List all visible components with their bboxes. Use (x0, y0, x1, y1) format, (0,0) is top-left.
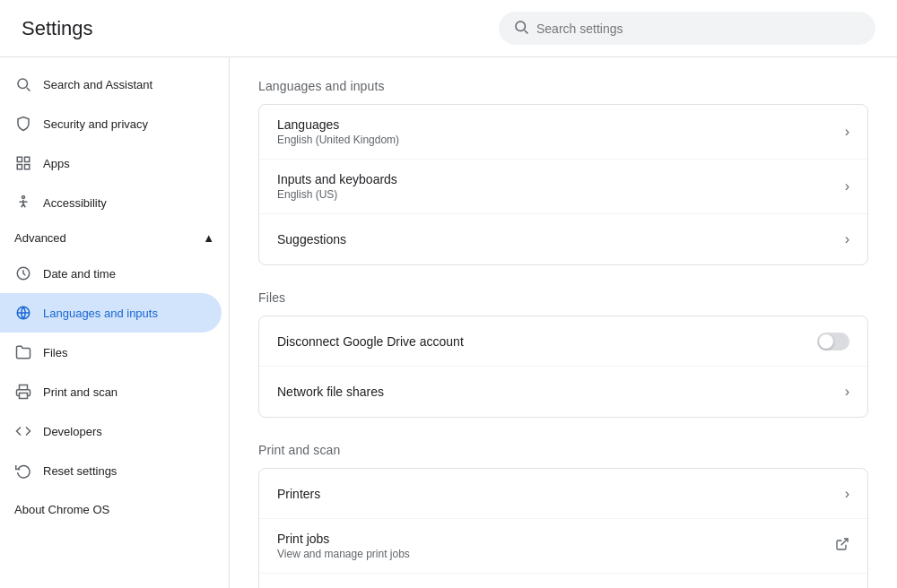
card-item-content: Languages English (United Kingdom) (277, 117, 845, 146)
print-scan-section: Print and scan Printers › Print jobs Vie… (258, 443, 868, 588)
network-file-shares-item[interactable]: Network file shares › (259, 367, 867, 417)
card-item-content: Network file shares (277, 385, 845, 399)
scan-item[interactable]: Scan (259, 574, 867, 588)
sidebar-item-label: Accessibility (43, 196, 107, 210)
print-icon (14, 383, 32, 401)
main-content: Languages and inputs Languages English (… (230, 57, 897, 588)
sidebar-item-about[interactable]: About Chrome OS (0, 490, 229, 529)
sidebar-item-files[interactable]: Files (0, 333, 222, 372)
sidebar-item-label: Files (43, 346, 67, 359)
sidebar-item-reset-settings[interactable]: Reset settings (0, 451, 222, 490)
card-item-title: Network file shares (277, 385, 845, 399)
advanced-label: Advanced (14, 231, 66, 245)
chevron-right-icon: › (845, 124, 849, 140)
languages-inputs-section: Languages and inputs Languages English (… (258, 79, 868, 265)
print-scan-card: Printers › Print jobs View and manage pr… (258, 468, 868, 588)
card-item-subtitle: English (US) (277, 188, 845, 201)
shield-icon (14, 115, 32, 133)
sidebar-item-label: Developers (43, 425, 102, 438)
settings-title: Settings (22, 17, 93, 40)
sidebar-item-label: Print and scan (43, 385, 118, 399)
svg-rect-4 (17, 157, 22, 161)
section-title: Print and scan (258, 443, 868, 457)
card-item-content: Suggestions (277, 232, 845, 246)
sidebar-item-label: Date and time (43, 267, 116, 281)
card-item-content: Inputs and keyboards English (US) (277, 172, 845, 201)
chevron-up-icon: ▲ (203, 231, 214, 245)
sidebar-item-languages-inputs[interactable]: Languages and inputs (0, 293, 222, 333)
suggestions-item[interactable]: Suggestions › (259, 214, 867, 264)
languages-inputs-card: Languages English (United Kingdom) › Inp… (258, 104, 868, 265)
sidebar-item-label: Security and privacy (43, 117, 148, 131)
clock-icon (14, 264, 32, 282)
body: Search and Assistant Security and privac… (0, 57, 897, 588)
advanced-section-header[interactable]: Advanced ▲ (0, 222, 229, 254)
sidebar: Search and Assistant Security and privac… (0, 57, 230, 588)
languages-item[interactable]: Languages English (United Kingdom) › (259, 105, 867, 160)
sidebar-item-label: Search and Assistant (43, 78, 152, 91)
chevron-right-icon: › (845, 178, 849, 195)
chevron-right-icon: › (845, 486, 849, 502)
svg-point-0 (516, 22, 526, 31)
svg-line-12 (841, 539, 848, 545)
svg-line-1 (525, 30, 528, 34)
sidebar-item-date-time[interactable]: Date and time (0, 254, 222, 293)
chevron-right-icon: › (845, 231, 849, 247)
section-title: Languages and inputs (258, 79, 868, 93)
reset-icon (14, 462, 32, 480)
svg-rect-11 (20, 393, 28, 399)
files-card: Disconnect Google Drive account Network … (258, 316, 868, 418)
header: Settings (0, 0, 897, 57)
sidebar-item-search-assistant[interactable]: Search and Assistant (0, 65, 222, 104)
card-item-title: Suggestions (277, 232, 845, 246)
about-label: About Chrome OS (14, 503, 109, 516)
svg-line-3 (27, 88, 30, 91)
sidebar-item-label: Languages and inputs (43, 307, 158, 320)
toggle-knob (819, 334, 833, 349)
disconnect-google-drive-item[interactable]: Disconnect Google Drive account (259, 316, 867, 367)
search-icon (14, 75, 32, 93)
sidebar-item-print-scan[interactable]: Print and scan (0, 372, 222, 411)
sidebar-item-developers[interactable]: Developers (0, 411, 222, 451)
card-item-title: Languages (277, 117, 845, 132)
external-link-icon (835, 537, 849, 555)
card-item-subtitle: View and manage print jobs (277, 548, 835, 560)
sidebar-item-apps[interactable]: Apps (0, 143, 222, 183)
sidebar-item-security-privacy[interactable]: Security and privacy (0, 104, 222, 143)
print-jobs-item[interactable]: Print jobs View and manage print jobs (259, 519, 867, 574)
disconnect-drive-toggle[interactable] (817, 333, 849, 350)
chevron-right-icon: › (845, 384, 849, 400)
search-input[interactable] (536, 22, 861, 36)
sidebar-item-label: Apps (43, 157, 70, 170)
search-bar[interactable] (499, 12, 875, 45)
folder-icon (14, 343, 32, 361)
inputs-keyboards-item[interactable]: Inputs and keyboards English (US) › (259, 160, 867, 214)
search-icon (513, 19, 529, 38)
sidebar-item-label: Reset settings (43, 464, 117, 478)
card-item-subtitle: English (United Kingdom) (277, 134, 845, 146)
accessibility-icon (14, 194, 32, 212)
card-item-title: Inputs and keyboards (277, 172, 845, 186)
svg-rect-6 (17, 165, 22, 169)
svg-point-8 (22, 196, 25, 199)
printers-item[interactable]: Printers › (259, 469, 867, 519)
card-item-title: Disconnect Google Drive account (277, 334, 817, 349)
svg-point-2 (18, 79, 28, 89)
svg-rect-5 (25, 157, 30, 161)
card-item-title: Printers (277, 487, 845, 501)
card-item-title: Print jobs (277, 532, 835, 546)
sidebar-item-accessibility[interactable]: Accessibility (0, 183, 222, 222)
section-title: Files (258, 290, 868, 305)
card-item-content: Print jobs View and manage print jobs (277, 532, 835, 560)
files-section: Files Disconnect Google Drive account Ne… (258, 290, 868, 418)
code-icon (14, 422, 32, 440)
grid-icon (14, 154, 32, 172)
globe-icon (14, 304, 32, 322)
card-item-content: Printers (277, 487, 845, 501)
svg-rect-7 (25, 165, 30, 169)
card-item-content: Disconnect Google Drive account (277, 334, 817, 349)
